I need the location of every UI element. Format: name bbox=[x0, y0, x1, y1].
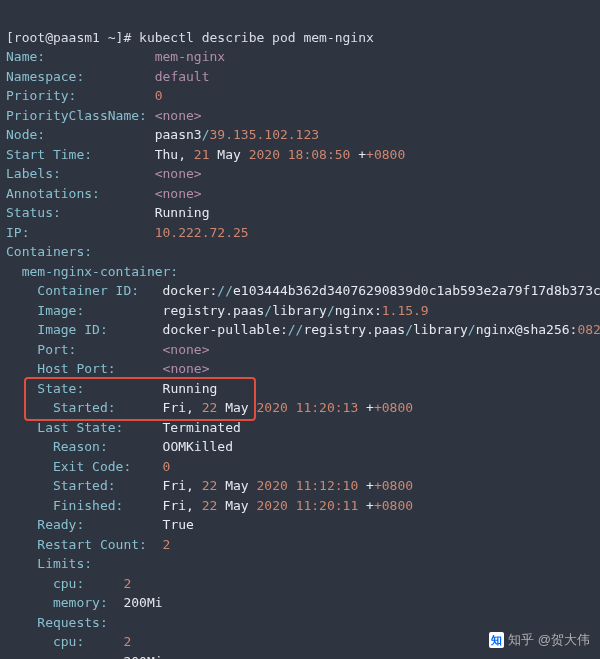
field-status-value: Running bbox=[155, 205, 210, 220]
field-annotations-label: Annotations: bbox=[6, 186, 100, 201]
watermark-text: 知乎 @贺大伟 bbox=[508, 632, 590, 647]
exitcode-label: Exit Code: bbox=[53, 459, 131, 474]
field-ip-label: IP: bbox=[6, 225, 29, 240]
limits-cpu-label: cpu: bbox=[53, 576, 84, 591]
reason-label: Reason: bbox=[53, 439, 108, 454]
field-pcn-label: PriorityClassName: bbox=[6, 108, 147, 123]
field-priority-value: 0 bbox=[155, 88, 163, 103]
req-mem-label: memory: bbox=[53, 654, 108, 660]
field-annotations-value: <none> bbox=[155, 186, 202, 201]
restart-label: Restart Count: bbox=[37, 537, 147, 552]
requests-label: Requests: bbox=[37, 615, 107, 630]
port-label: Port: bbox=[37, 342, 76, 357]
hostport-label: Host Port: bbox=[37, 361, 115, 376]
finished-label: Finished: bbox=[53, 498, 123, 513]
container-name: mem-nginx-container: bbox=[22, 264, 179, 279]
image-id-label: Image ID: bbox=[37, 322, 107, 337]
limits-label: Limits: bbox=[37, 556, 92, 571]
req-cpu-label: cpu: bbox=[53, 634, 84, 649]
field-ip-value: 10.222.72.25 bbox=[155, 225, 249, 240]
field-namespace-value: default bbox=[155, 69, 210, 84]
field-namespace-label: Namespace: bbox=[6, 69, 84, 84]
reason-value: OOMKilled bbox=[163, 439, 233, 454]
field-node-label: Node: bbox=[6, 127, 45, 142]
last-state-value: Terminated bbox=[163, 420, 241, 435]
started2-label: Started: bbox=[53, 478, 116, 493]
container-id-label: Container ID: bbox=[37, 283, 139, 298]
field-node-host: paasn3 bbox=[155, 127, 202, 142]
field-node-ip: 39.135.102.123 bbox=[210, 127, 320, 142]
field-labels-label: Labels: bbox=[6, 166, 61, 181]
containers-header: Containers: bbox=[6, 244, 92, 259]
image-label: Image: bbox=[37, 303, 84, 318]
last-state-label: Last State: bbox=[37, 420, 123, 435]
zhihu-logo-icon: 知 bbox=[489, 632, 504, 649]
terminal-output: [root@paasm1 ~]# kubectl describe pod me… bbox=[0, 0, 600, 659]
watermark: 知知乎 @贺大伟 bbox=[489, 630, 590, 650]
field-priority-label: Priority: bbox=[6, 88, 76, 103]
field-start-label: Start Time: bbox=[6, 147, 92, 162]
field-pcn-value: <none> bbox=[155, 108, 202, 123]
field-name-value: mem-nginx bbox=[155, 49, 225, 64]
field-status-label: Status: bbox=[6, 205, 61, 220]
shell-prompt: [root@paasm1 ~]# kubectl describe pod me… bbox=[6, 30, 374, 45]
started-label: Started: bbox=[53, 400, 116, 415]
field-name-label: Name: bbox=[6, 49, 45, 64]
ready-label: Ready: bbox=[37, 517, 84, 532]
state-label: State: bbox=[37, 381, 84, 396]
field-labels-value: <none> bbox=[155, 166, 202, 181]
limits-mem-label: memory: bbox=[53, 595, 108, 610]
